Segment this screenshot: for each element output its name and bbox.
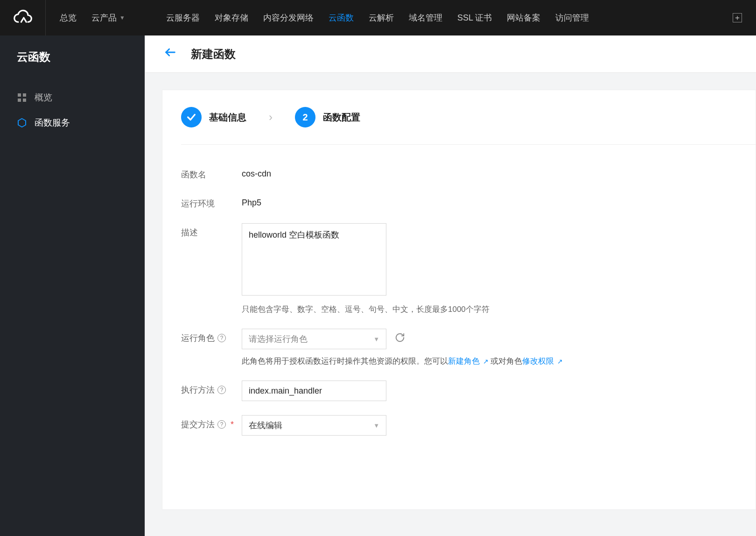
sidebar-item-label: 概览 (35, 92, 52, 104)
required-marker: * (231, 420, 234, 430)
role-select-placeholder: 请选择运行角色 (249, 333, 308, 345)
step-1-label: 基础信息 (209, 111, 246, 124)
external-link-icon: ↗ (483, 358, 489, 365)
svg-rect-1 (23, 93, 26, 97)
logo[interactable] (0, 0, 46, 35)
topnav-ssl[interactable]: SSL 证书 (457, 12, 492, 23)
topnav-dns[interactable]: 云解析 (369, 12, 394, 23)
label-handler: 执行方法 ? (181, 381, 242, 395)
back-button[interactable] (164, 46, 177, 62)
chevron-down-icon: ▼ (373, 336, 379, 343)
submit-method-value: 在线编辑 (249, 420, 282, 431)
step-2-label: 函数配置 (323, 111, 360, 124)
svg-marker-4 (18, 119, 26, 127)
description-input[interactable] (242, 223, 386, 296)
check-icon (181, 107, 202, 127)
topnav-cloud-products-label: 云产品 (91, 12, 117, 23)
topnav-cvm[interactable]: 云服务器 (166, 12, 200, 23)
chevron-down-icon: ▼ (119, 14, 125, 21)
help-icon[interactable]: ? (217, 334, 226, 342)
step-2[interactable]: 2 函数配置 (295, 107, 360, 127)
page-title: 新建函数 (191, 47, 236, 62)
label-description: 描述 (181, 223, 242, 238)
topnav-cam[interactable]: 访问管理 (555, 12, 589, 23)
topnav-overview[interactable]: 总览 (60, 12, 77, 23)
label-role: 运行角色 ? (181, 329, 242, 344)
external-link-icon: ↗ (557, 358, 563, 365)
refresh-icon[interactable] (395, 332, 405, 346)
chevron-down-icon: ▼ (373, 422, 379, 429)
sidebar-item-function-service[interactable]: 函数服务 (0, 110, 145, 135)
label-function-name: 函数名 (181, 165, 242, 180)
link-modify-permission[interactable]: 修改权限 ↗ (522, 357, 563, 366)
role-hint: 此角色将用于授权函数运行时操作其他资源的权限。您可以新建角色 ↗ 或对角色修改权… (242, 356, 652, 367)
svg-rect-0 (18, 93, 21, 97)
chevron-right-icon: › (259, 111, 282, 124)
topnav-cloud-products[interactable]: 云产品 ▼ (91, 12, 125, 23)
label-submit-method: 提交方法 ? * (181, 415, 242, 430)
topnav-beian[interactable]: 网站备案 (507, 12, 540, 23)
topnav-cos[interactable]: 对象存储 (215, 12, 248, 23)
role-select[interactable]: 请选择运行角色 ▼ (242, 329, 386, 349)
topnav-domain[interactable]: 域名管理 (409, 12, 442, 23)
value-function-name: cos-cdn (242, 165, 271, 179)
label-runtime: 运行环境 (181, 194, 242, 209)
add-icon[interactable]: ＋ (733, 13, 742, 22)
step-1[interactable]: 基础信息 (181, 107, 246, 127)
topnav-scf[interactable]: 云函数 (329, 12, 354, 23)
step-2-number: 2 (295, 107, 315, 127)
hexagon-icon (17, 118, 27, 128)
stepper: 基础信息 › 2 函数配置 (181, 107, 756, 145)
sidebar-item-overview[interactable]: 概览 (0, 85, 145, 110)
topnav-cdn[interactable]: 内容分发网络 (263, 12, 314, 23)
help-icon[interactable]: ? (217, 420, 226, 429)
description-hint: 只能包含字母、数字、空格、逗号、句号、中文，长度最多1000个字符 (242, 304, 652, 315)
handler-input[interactable] (242, 381, 386, 401)
sidebar-title: 云函数 (0, 49, 145, 77)
submit-method-select[interactable]: 在线编辑 ▼ (242, 415, 386, 436)
sidebar-item-label: 函数服务 (35, 117, 70, 129)
value-runtime: Php5 (242, 194, 261, 208)
svg-rect-2 (18, 99, 21, 102)
svg-rect-3 (23, 99, 26, 102)
grid-icon (17, 92, 27, 103)
link-create-role[interactable]: 新建角色 ↗ (448, 357, 489, 366)
help-icon[interactable]: ? (217, 386, 226, 394)
